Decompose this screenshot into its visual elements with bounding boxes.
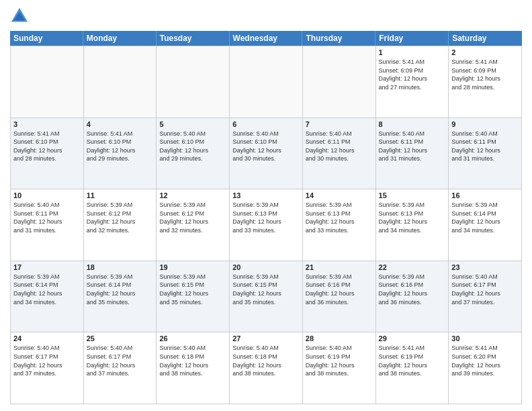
calendar-cell: 7Sunrise: 5:40 AM Sunset: 6:11 PM Daylig… <box>303 118 376 190</box>
calendar-header: SundayMondayTuesdayWednesdayThursdayFrid… <box>10 31 522 46</box>
calendar-cell: 1Sunrise: 5:41 AM Sunset: 6:09 PM Daylig… <box>376 46 449 118</box>
calendar-header-cell: Thursday <box>302 31 375 46</box>
calendar-row: 17Sunrise: 5:39 AM Sunset: 6:14 PM Dayli… <box>11 261 522 333</box>
day-number: 26 <box>159 334 226 342</box>
day-info: Sunrise: 5:40 AM Sunset: 6:11 PM Dayligh… <box>379 130 446 163</box>
day-info: Sunrise: 5:40 AM Sunset: 6:17 PM Dayligh… <box>451 273 519 306</box>
day-info: Sunrise: 5:40 AM Sunset: 6:10 PM Dayligh… <box>232 130 300 163</box>
day-info: Sunrise: 5:39 AM Sunset: 6:16 PM Dayligh… <box>379 273 446 306</box>
day-number: 16 <box>451 191 519 199</box>
day-number: 1 <box>379 48 446 56</box>
day-info: Sunrise: 5:39 AM Sunset: 6:14 PM Dayligh… <box>87 273 154 306</box>
calendar-cell: 24Sunrise: 5:40 AM Sunset: 6:17 PM Dayli… <box>11 332 84 404</box>
day-info: Sunrise: 5:41 AM Sunset: 6:10 PM Dayligh… <box>87 130 154 163</box>
calendar-header-cell: Monday <box>83 31 157 46</box>
calendar-cell: 26Sunrise: 5:40 AM Sunset: 6:18 PM Dayli… <box>157 332 230 404</box>
day-info: Sunrise: 5:39 AM Sunset: 6:14 PM Dayligh… <box>451 201 519 234</box>
calendar-row: 1Sunrise: 5:41 AM Sunset: 6:09 PM Daylig… <box>11 46 522 118</box>
day-number: 8 <box>379 120 446 128</box>
day-info: Sunrise: 5:39 AM Sunset: 6:15 PM Dayligh… <box>232 273 300 306</box>
calendar-cell <box>157 46 230 118</box>
day-info: Sunrise: 5:40 AM Sunset: 6:17 PM Dayligh… <box>87 344 154 377</box>
day-info: Sunrise: 5:39 AM Sunset: 6:13 PM Dayligh… <box>306 201 373 234</box>
day-info: Sunrise: 5:40 AM Sunset: 6:11 PM Dayligh… <box>451 130 519 163</box>
day-info: Sunrise: 5:39 AM Sunset: 6:12 PM Dayligh… <box>159 201 226 234</box>
calendar-header-cell: Saturday <box>449 31 522 46</box>
day-number: 14 <box>306 191 373 199</box>
calendar-cell: 4Sunrise: 5:41 AM Sunset: 6:10 PM Daylig… <box>84 118 157 190</box>
calendar-cell: 8Sunrise: 5:40 AM Sunset: 6:11 PM Daylig… <box>376 118 449 190</box>
calendar-cell: 27Sunrise: 5:40 AM Sunset: 6:18 PM Dayli… <box>230 332 303 404</box>
calendar-row: 24Sunrise: 5:40 AM Sunset: 6:17 PM Dayli… <box>11 332 522 404</box>
day-number: 13 <box>232 191 300 199</box>
calendar-cell: 17Sunrise: 5:39 AM Sunset: 6:14 PM Dayli… <box>11 261 84 333</box>
calendar-header-cell: Tuesday <box>157 31 230 46</box>
day-number: 21 <box>306 263 373 271</box>
day-info: Sunrise: 5:41 AM Sunset: 6:19 PM Dayligh… <box>379 344 446 377</box>
day-number: 10 <box>13 191 81 199</box>
day-number: 22 <box>379 263 446 271</box>
calendar-cell: 28Sunrise: 5:40 AM Sunset: 6:19 PM Dayli… <box>303 332 376 404</box>
header <box>10 7 522 26</box>
day-number: 6 <box>232 120 300 128</box>
day-info: Sunrise: 5:40 AM Sunset: 6:18 PM Dayligh… <box>159 344 226 377</box>
day-info: Sunrise: 5:40 AM Sunset: 6:17 PM Dayligh… <box>13 344 81 377</box>
day-number: 9 <box>451 120 519 128</box>
calendar-cell: 15Sunrise: 5:39 AM Sunset: 6:13 PM Dayli… <box>376 189 449 261</box>
calendar-row: 10Sunrise: 5:40 AM Sunset: 6:11 PM Dayli… <box>11 189 522 261</box>
calendar-cell: 13Sunrise: 5:39 AM Sunset: 6:13 PM Dayli… <box>230 189 303 261</box>
calendar-cell <box>303 46 376 118</box>
calendar-cell: 2Sunrise: 5:41 AM Sunset: 6:09 PM Daylig… <box>449 46 522 118</box>
day-number: 2 <box>451 48 519 56</box>
day-number: 30 <box>451 334 519 342</box>
day-info: Sunrise: 5:40 AM Sunset: 6:19 PM Dayligh… <box>306 344 373 377</box>
day-info: Sunrise: 5:41 AM Sunset: 6:09 PM Dayligh… <box>379 58 446 91</box>
day-info: Sunrise: 5:39 AM Sunset: 6:16 PM Dayligh… <box>306 273 373 306</box>
day-info: Sunrise: 5:41 AM Sunset: 6:20 PM Dayligh… <box>451 344 519 377</box>
calendar-cell: 19Sunrise: 5:39 AM Sunset: 6:15 PM Dayli… <box>157 261 230 333</box>
day-info: Sunrise: 5:39 AM Sunset: 6:13 PM Dayligh… <box>379 201 446 234</box>
calendar-cell: 21Sunrise: 5:39 AM Sunset: 6:16 PM Dayli… <box>303 261 376 333</box>
day-number: 18 <box>87 263 154 271</box>
day-number: 5 <box>159 120 226 128</box>
day-number: 4 <box>87 120 154 128</box>
day-info: Sunrise: 5:39 AM Sunset: 6:12 PM Dayligh… <box>87 201 154 234</box>
calendar: SundayMondayTuesdayWednesdayThursdayFrid… <box>10 31 522 404</box>
calendar-cell: 16Sunrise: 5:39 AM Sunset: 6:14 PM Dayli… <box>449 189 522 261</box>
day-info: Sunrise: 5:39 AM Sunset: 6:15 PM Dayligh… <box>159 273 226 306</box>
calendar-cell: 3Sunrise: 5:41 AM Sunset: 6:10 PM Daylig… <box>11 118 84 190</box>
calendar-header-cell: Wednesday <box>230 31 303 46</box>
calendar-cell: 6Sunrise: 5:40 AM Sunset: 6:10 PM Daylig… <box>230 118 303 190</box>
calendar-header-cell: Sunday <box>10 31 83 46</box>
calendar-cell: 25Sunrise: 5:40 AM Sunset: 6:17 PM Dayli… <box>84 332 157 404</box>
day-number: 20 <box>232 263 300 271</box>
day-number: 19 <box>159 263 226 271</box>
calendar-row: 3Sunrise: 5:41 AM Sunset: 6:10 PM Daylig… <box>11 118 522 190</box>
day-number: 25 <box>87 334 154 342</box>
day-number: 11 <box>87 191 154 199</box>
calendar-cell: 20Sunrise: 5:39 AM Sunset: 6:15 PM Dayli… <box>230 261 303 333</box>
day-info: Sunrise: 5:41 AM Sunset: 6:10 PM Dayligh… <box>13 130 81 163</box>
calendar-cell: 11Sunrise: 5:39 AM Sunset: 6:12 PM Dayli… <box>84 189 157 261</box>
calendar-body: 1Sunrise: 5:41 AM Sunset: 6:09 PM Daylig… <box>10 46 522 404</box>
day-info: Sunrise: 5:39 AM Sunset: 6:13 PM Dayligh… <box>232 201 300 234</box>
day-number: 27 <box>232 334 300 342</box>
calendar-cell: 5Sunrise: 5:40 AM Sunset: 6:10 PM Daylig… <box>157 118 230 190</box>
calendar-cell <box>84 46 157 118</box>
calendar-cell: 14Sunrise: 5:39 AM Sunset: 6:13 PM Dayli… <box>303 189 376 261</box>
day-number: 24 <box>13 334 81 342</box>
calendar-cell: 10Sunrise: 5:40 AM Sunset: 6:11 PM Dayli… <box>11 189 84 261</box>
day-number: 12 <box>159 191 226 199</box>
day-number: 7 <box>306 120 373 128</box>
calendar-cell: 22Sunrise: 5:39 AM Sunset: 6:16 PM Dayli… <box>376 261 449 333</box>
day-info: Sunrise: 5:40 AM Sunset: 6:11 PM Dayligh… <box>13 201 81 234</box>
logo <box>10 7 32 26</box>
calendar-cell <box>230 46 303 118</box>
day-number: 28 <box>306 334 373 342</box>
day-info: Sunrise: 5:39 AM Sunset: 6:14 PM Dayligh… <box>13 273 81 306</box>
day-info: Sunrise: 5:40 AM Sunset: 6:11 PM Dayligh… <box>306 130 373 163</box>
day-number: 3 <box>13 120 81 128</box>
calendar-cell: 9Sunrise: 5:40 AM Sunset: 6:11 PM Daylig… <box>449 118 522 190</box>
calendar-cell: 18Sunrise: 5:39 AM Sunset: 6:14 PM Dayli… <box>84 261 157 333</box>
day-info: Sunrise: 5:41 AM Sunset: 6:09 PM Dayligh… <box>451 58 519 91</box>
